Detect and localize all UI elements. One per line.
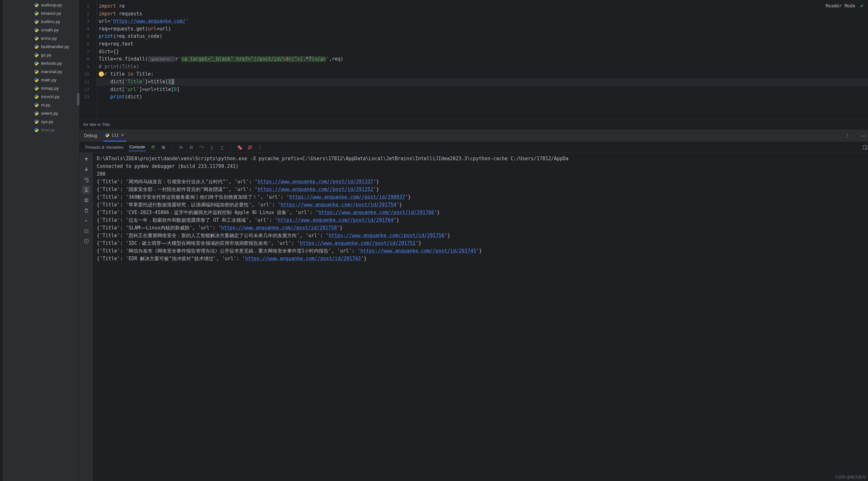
clear-icon[interactable]	[82, 206, 90, 214]
intention-bulb-icon[interactable]	[99, 71, 104, 77]
code-line[interactable]: dict['Title']=title[1]	[97, 78, 868, 86]
file-item[interactable]: time.py	[3, 126, 79, 134]
file-item[interactable]: audioop.py	[3, 1, 79, 9]
file-item[interactable]: builtins.py	[3, 17, 79, 26]
code-line[interactable]: dict={}	[97, 48, 868, 56]
code-line[interactable]: req=requests.get(url=url)	[97, 25, 868, 33]
code-line[interactable]: # print(Title)	[97, 63, 868, 71]
string: 'url'	[125, 87, 139, 92]
console-line: {'Title': 'CVE-2023-45866：蓝牙中的漏洞允许远程控制 A…	[97, 209, 865, 216]
code-line[interactable]: url='https://www.anquanke.com/'	[97, 18, 868, 25]
console-tab[interactable]: Console	[128, 143, 146, 151]
show-more-icon[interactable]: »	[82, 216, 90, 224]
file-item[interactable]: errno.py	[3, 34, 79, 42]
line-number[interactable]: 6	[80, 40, 96, 48]
code-line[interactable]: req=req.text	[97, 40, 868, 48]
file-item[interactable]: marshal.py	[3, 67, 79, 76]
rerun-icon[interactable]	[150, 145, 156, 150]
file-name: math.py	[41, 78, 56, 82]
line-number[interactable]: 2	[80, 10, 96, 18]
step-out-icon[interactable]	[219, 145, 225, 150]
close-tab-icon[interactable]: ✕	[121, 133, 124, 138]
console-line: {'Title': 'IDC：破土萌芽——大模型在网络安全领域的应用市场洞察报告…	[97, 239, 865, 247]
console-url[interactable]: https://www.anquanke.com//post/id/291337	[258, 179, 373, 185]
line-number[interactable]: 1	[80, 3, 96, 10]
line-number[interactable]: 9	[80, 63, 96, 71]
file-item[interactable]: msvcrt.py	[3, 92, 79, 101]
line-number[interactable]: 7	[80, 48, 96, 56]
console-line: {'Title': '苹果委托进行数据泄露研究，以强调端到端加密的必要性', '…	[97, 201, 865, 209]
file-item[interactable]: math.py	[3, 76, 79, 84]
code-line[interactable]: print(req.status_code)	[97, 33, 868, 40]
url-literal[interactable]: https://www.anquanke.com/	[113, 18, 186, 24]
project-sidebar: audioop.pybinascii.pybuiltins.pycmath.py…	[3, 0, 80, 481]
console-url[interactable]: https://www.anquanke.com//post/id/291252	[258, 186, 373, 192]
console-url[interactable]: https://www.anquanke.com//post/id/291766	[318, 210, 434, 215]
line-number[interactable]: 12	[80, 86, 96, 94]
python-icon	[34, 3, 39, 7]
code-line[interactable]: for title in Title:	[97, 70, 868, 78]
file-item[interactable]: nt.py	[3, 101, 79, 109]
file-item[interactable]: sys.py	[3, 117, 79, 126]
print-icon[interactable]	[82, 196, 90, 204]
line-number[interactable]: 11	[80, 78, 96, 86]
inspection-ok-icon[interactable]: ✔	[860, 3, 864, 9]
mute-breakpoints-icon[interactable]	[247, 145, 253, 150]
scroll-to-end-icon[interactable]	[82, 185, 90, 194]
console-url[interactable]: https://www.anquanke.com//post/id/291754	[281, 202, 396, 208]
threads-variables-tab[interactable]: Threads & Variables	[84, 144, 124, 151]
line-number[interactable]: 10	[80, 70, 96, 78]
console-url[interactable]: https://www.anquanke.com//post/id/290937	[289, 194, 405, 200]
debug-bug-icon[interactable]	[82, 227, 90, 235]
code-line[interactable]: import re	[97, 3, 868, 10]
line-number[interactable]: 13	[80, 93, 96, 101]
file-item[interactable]: itertools.py	[3, 59, 79, 67]
regex-escape: \d	[283, 56, 288, 62]
minimize-icon[interactable]: —	[858, 133, 868, 138]
step-into-icon[interactable]	[209, 145, 215, 150]
breadcrumb-bar[interactable]: for title in Title	[80, 119, 868, 129]
code-text: (req.status_code)	[113, 33, 162, 39]
file-item[interactable]: cmath.py	[3, 26, 79, 34]
step-over-icon[interactable]	[199, 145, 205, 150]
reader-mode-label[interactable]: Reader Mode	[826, 3, 856, 8]
debug-session-tab[interactable]: 111 ✕	[103, 129, 126, 142]
up-stack-icon[interactable]	[82, 155, 90, 163]
pause-icon[interactable]	[188, 145, 194, 150]
code-line[interactable]: print(dict)	[97, 93, 868, 101]
console-url[interactable]: https://www.anquanke.com//post/id/291745	[361, 248, 476, 254]
console-url[interactable]: https://www.anquanke.com//post/id/291764	[278, 217, 394, 223]
line-number[interactable]: 4	[80, 25, 96, 33]
soft-wrap-icon[interactable]	[82, 175, 90, 184]
file-name: errno.py	[41, 36, 57, 41]
line-number[interactable]: 3	[80, 18, 96, 25]
python-icon	[34, 19, 39, 24]
file-item[interactable]: select.py	[3, 109, 79, 117]
more-icon[interactable]: ⋮	[842, 133, 852, 138]
toolbar-more-icon[interactable]: ⋮	[257, 145, 263, 150]
line-number[interactable]: 5	[80, 33, 96, 40]
code-line[interactable]: dict['url']=url+title[0]	[97, 86, 868, 94]
console-url[interactable]: https://www.anquanke.com//post/id/291743	[245, 256, 361, 262]
stop-icon[interactable]	[160, 145, 166, 150]
file-name: sys.py	[41, 119, 53, 124]
console-url[interactable]: https://www.anquanke.com//post/id/291756	[329, 233, 444, 238]
sidebar-scrollbar-thumb[interactable]	[77, 93, 80, 106]
code-line[interactable]: import requests	[97, 10, 868, 18]
line-number[interactable]: 8	[80, 55, 96, 63]
debug-tool-window-title[interactable]: Debug	[84, 133, 97, 138]
layout-settings-icon[interactable]	[862, 145, 868, 150]
console-output[interactable]: D:\ATools\IDEA\project\daode\venv\Script…	[93, 153, 868, 481]
file-item[interactable]: gc.py	[3, 51, 79, 59]
resume-icon[interactable]	[178, 145, 184, 150]
file-item[interactable]: mmap.py	[3, 84, 79, 92]
code-editor[interactable]: Reader Mode ✔ import re import requests …	[97, 0, 868, 119]
console-url[interactable]: https://www.anquanke.com//post/id/291758	[221, 225, 337, 231]
console-url[interactable]: https://www.anquanke.com//post/id/291751	[300, 240, 415, 246]
file-item[interactable]: binascii.py	[3, 9, 79, 17]
view-breakpoints-icon[interactable]	[237, 145, 243, 150]
code-line[interactable]: Title=re.findall( pattern: r'<a target="…	[97, 55, 868, 63]
history-icon[interactable]	[82, 237, 90, 245]
file-item[interactable]: faulthandler.py	[3, 42, 79, 51]
down-stack-icon[interactable]	[82, 165, 90, 173]
